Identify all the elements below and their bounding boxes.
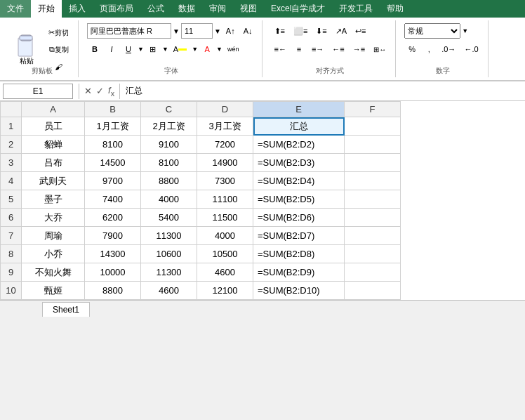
decrease-indent-button[interactable]: ←≡ [328, 41, 347, 57]
underline-button[interactable]: U [121, 41, 136, 57]
cell-e1[interactable]: 汇总 [253, 117, 345, 136]
cell-a7[interactable]: 周瑜 [22, 227, 85, 245]
number-format-select[interactable]: 常规 [404, 23, 460, 39]
middle-align-button[interactable]: ⬜≡ [290, 23, 311, 39]
cell-d3[interactable]: 14900 [197, 154, 253, 172]
cell-b1[interactable]: 1月工资 [85, 117, 141, 136]
cell-f1[interactable] [345, 117, 401, 136]
cell-e2[interactable]: =SUM(B2:D2) [253, 136, 345, 154]
row-header-8[interactable]: 8 [1, 245, 22, 263]
insert-function-button[interactable]: fx [106, 85, 117, 98]
row-header-5[interactable]: 5 [1, 190, 22, 209]
row-header-1[interactable]: 1 [1, 117, 22, 136]
cell-b4[interactable]: 9700 [85, 172, 141, 190]
font-family-dropdown-icon[interactable]: ▼ [173, 27, 180, 35]
cell-e3[interactable]: =SUM(B2:D3) [253, 154, 345, 172]
cell-c5[interactable]: 4000 [141, 190, 197, 209]
cell-a1[interactable]: 员工 [22, 117, 85, 136]
cell-f9[interactable] [345, 263, 401, 282]
wrap-text-button[interactable]: ↩≡ [352, 23, 369, 39]
cell-d10[interactable]: 12100 [197, 282, 253, 300]
fill-color-button[interactable]: A [170, 41, 190, 57]
top-align-button[interactable]: ⬆≡ [271, 23, 288, 39]
cell-d5[interactable]: 11100 [197, 190, 253, 209]
cell-f8[interactable] [345, 245, 401, 263]
cell-b9[interactable]: 10000 [85, 263, 141, 282]
center-align-button[interactable]: ≡ [291, 41, 307, 57]
copy-button[interactable]: ⧉ 复制 [45, 42, 72, 58]
tab-dev[interactable]: 开发工具 [332, 0, 380, 18]
cell-a5[interactable]: 墨子 [22, 190, 85, 209]
font-family-input[interactable] [87, 23, 171, 39]
rotate-text-button[interactable]: ↗A [332, 23, 350, 39]
cell-f2[interactable] [345, 136, 401, 154]
cell-a6[interactable]: 大乔 [22, 209, 85, 227]
increase-indent-button[interactable]: →≡ [350, 41, 368, 57]
cell-d4[interactable]: 7300 [197, 172, 253, 190]
confirm-formula-button[interactable]: ✓ [94, 86, 106, 96]
italic-button[interactable]: I [104, 41, 119, 57]
cell-c7[interactable]: 11300 [141, 227, 197, 245]
cell-c6[interactable]: 5400 [141, 209, 197, 227]
name-box[interactable] [3, 84, 73, 99]
cell-e4[interactable]: =SUM(B2:D4) [253, 172, 345, 190]
font-size-dropdown-icon[interactable]: ▼ [214, 27, 221, 35]
cell-e10[interactable]: =SUM(B2:D10) [253, 282, 345, 300]
cell-b7[interactable]: 7900 [85, 227, 141, 245]
cell-b2[interactable]: 8100 [85, 136, 141, 154]
cancel-formula-button[interactable]: ✕ [82, 86, 94, 96]
cell-d1[interactable]: 3月工资 [197, 117, 253, 136]
cell-c10[interactable]: 4600 [141, 282, 197, 300]
cell-e7[interactable]: =SUM(B2:D7) [253, 227, 345, 245]
cut-button[interactable]: ✂ 剪切 [45, 25, 72, 41]
cell-c4[interactable]: 8800 [141, 172, 197, 190]
cell-f10[interactable] [345, 282, 401, 300]
corner-header[interactable] [1, 102, 22, 117]
tab-view[interactable]: 视图 [233, 0, 264, 18]
decrease-font-button[interactable]: A↓ [240, 23, 256, 39]
cell-f6[interactable] [345, 209, 401, 227]
cell-b5[interactable]: 7400 [85, 190, 141, 209]
sheet-tab-1[interactable]: Sheet1 [42, 302, 90, 317]
tab-review[interactable]: 审阅 [202, 0, 233, 18]
tab-excel-learn[interactable]: Excel自学成才 [264, 0, 332, 18]
cell-c2[interactable]: 9100 [141, 136, 197, 154]
col-header-b[interactable]: B [85, 102, 141, 117]
cell-e9[interactable]: =SUM(B2:D9) [253, 263, 345, 282]
cell-d8[interactable]: 10500 [197, 245, 253, 263]
row-header-2[interactable]: 2 [1, 136, 22, 154]
tab-data[interactable]: 数据 [171, 0, 202, 18]
cell-c3[interactable]: 8100 [141, 154, 197, 172]
cell-e8[interactable]: =SUM(B2:D8) [253, 245, 345, 263]
cell-e6[interactable]: =SUM(B2:D6) [253, 209, 345, 227]
cell-f5[interactable] [345, 190, 401, 209]
tab-help[interactable]: 帮助 [380, 0, 411, 18]
cell-a4[interactable]: 武则天 [22, 172, 85, 190]
col-header-a[interactable]: A [22, 102, 85, 117]
number-format-dropdown-icon[interactable]: ▼ [462, 27, 468, 34]
underline-dropdown-icon[interactable]: ▼ [138, 46, 144, 53]
cell-c1[interactable]: 2月工资 [141, 117, 197, 136]
cell-c8[interactable]: 10600 [141, 245, 197, 263]
cell-b6[interactable]: 6200 [85, 209, 141, 227]
col-header-e[interactable]: E [253, 102, 345, 117]
col-header-c[interactable]: C [141, 102, 197, 117]
tab-insert[interactable]: 插入 [62, 0, 93, 18]
col-header-d[interactable]: D [197, 102, 253, 117]
cell-b10[interactable]: 8800 [85, 282, 141, 300]
font-color-button[interactable]: A [199, 41, 215, 57]
font-size-input[interactable] [181, 23, 213, 39]
border-button[interactable]: ⊞ [145, 41, 161, 57]
paste-button[interactable]: 粘贴 [11, 31, 42, 69]
cell-b3[interactable]: 14500 [85, 154, 141, 172]
border-dropdown-icon[interactable]: ▼ [162, 46, 168, 53]
cell-c9[interactable]: 11300 [141, 263, 197, 282]
bold-button[interactable]: B [87, 41, 102, 57]
cell-a10[interactable]: 甄姬 [22, 282, 85, 300]
bottom-align-button[interactable]: ⬇≡ [312, 23, 330, 39]
row-header-7[interactable]: 7 [1, 227, 22, 245]
right-align-button[interactable]: ≡→ [308, 41, 327, 57]
cell-d7[interactable]: 4000 [197, 227, 253, 245]
cell-d6[interactable]: 11500 [197, 209, 253, 227]
cell-f7[interactable] [345, 227, 401, 245]
